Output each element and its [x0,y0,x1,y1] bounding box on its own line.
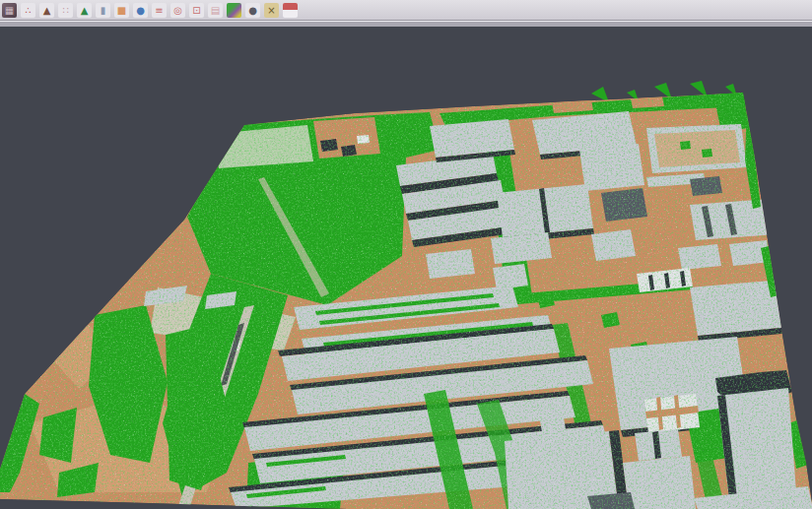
red-ring-icon[interactable]: ◎ [170,3,185,18]
map-cross-icon[interactable]: × [264,3,279,18]
globe-icon[interactable]: ● [133,3,148,18]
classification-colormap-icon[interactable] [227,3,241,18]
selection-box-icon[interactable]: ⊡ [189,3,204,18]
column-slice-icon[interactable]: ▮ [96,3,110,18]
checker-grid-icon[interactable]: ▤ [208,3,223,18]
dark-sphere-icon[interactable]: ● [245,3,260,18]
point-cloud-scene [0,27,812,509]
align-point-pairs-icon[interactable]: ∴ [21,3,35,18]
application-window: { "palette": { "background": "#42454e", … [0,0,812,509]
red-list-icon[interactable]: ≡ [152,3,167,18]
3d-viewport[interactable] [0,27,812,509]
terrain-green-icon[interactable]: ▲ [77,3,92,18]
toolbar: ▦∴▲∷▲▮■●≡◎⊡▤●×▬ [0,0,812,21]
ortho-tile-icon[interactable]: ■ [114,3,129,18]
sparse-points-icon[interactable]: ∷ [58,3,73,18]
layers-flag-icon[interactable]: ▬ [283,3,298,18]
dark-points-icon[interactable]: ▦ [2,3,17,18]
terrain-brown-icon[interactable]: ▲ [39,3,54,18]
dark-speckle-noise [0,93,812,509]
